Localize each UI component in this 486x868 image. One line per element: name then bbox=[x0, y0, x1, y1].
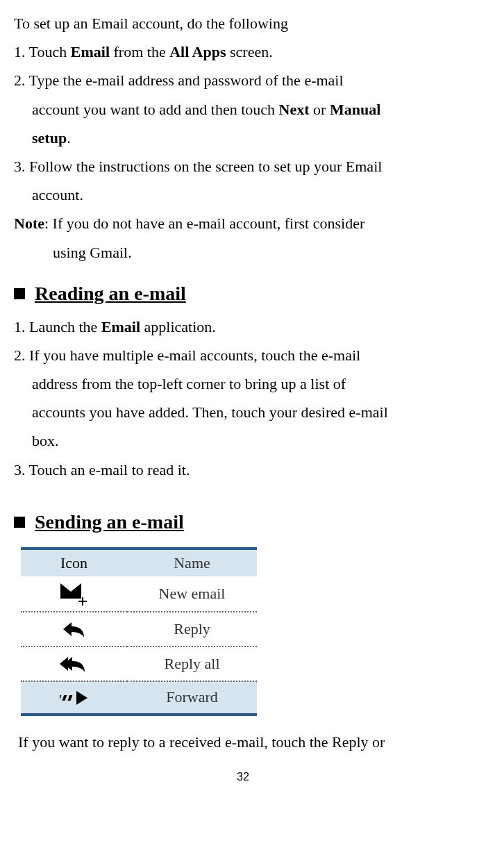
step1-b2: All Apps bbox=[169, 43, 226, 60]
step-1: 1. Touch Email from the All Apps screen. bbox=[14, 40, 472, 64]
svg-marker-7 bbox=[76, 691, 87, 705]
step-2-line2: account you want to add and then touch N… bbox=[14, 97, 472, 122]
read-step-2-l3: accounts you have added. Then, touch you… bbox=[14, 400, 472, 424]
name-reply: Reply bbox=[127, 612, 257, 646]
page-number: 32 bbox=[14, 771, 472, 783]
read-step-2-l1: 2. If you have multiple e-mail accounts,… bbox=[14, 343, 472, 367]
read1-pre: 1. Launch the bbox=[14, 318, 101, 335]
step2-dot: . bbox=[67, 129, 71, 147]
note-label: Note bbox=[14, 215, 44, 232]
header-name: Name bbox=[127, 549, 257, 576]
svg-rect-4 bbox=[60, 695, 61, 701]
forward-icon bbox=[21, 681, 127, 715]
step1-pre: 1. Touch bbox=[14, 43, 71, 60]
note-line1: Note: If you do not have an e-mail accou… bbox=[14, 211, 472, 235]
name-forward: Forward bbox=[127, 681, 257, 715]
table-row: Forward bbox=[21, 681, 257, 715]
document-page: To set up an Email account, do the follo… bbox=[0, 0, 486, 790]
step2-setup: setup bbox=[32, 129, 67, 147]
table-header-row: Icon Name bbox=[21, 549, 257, 576]
step1-b1: Email bbox=[71, 43, 110, 60]
read1-b: Email bbox=[101, 318, 140, 335]
heading-sending-text: Sending an e-mail bbox=[35, 511, 184, 533]
step2-b1: Next bbox=[279, 101, 310, 118]
table-row: Reply bbox=[21, 612, 257, 646]
reply-icon bbox=[21, 612, 127, 646]
svg-rect-6 bbox=[67, 695, 72, 701]
step-3-line1: 3. Follow the instructions on the screen… bbox=[14, 154, 472, 178]
read-step-2-l4: box. bbox=[14, 428, 472, 453]
read-step-1: 1. Launch the Email application. bbox=[14, 315, 472, 339]
name-new-email: New email bbox=[127, 576, 257, 612]
step2-or: or bbox=[310, 101, 330, 118]
name-reply-all: Reply all bbox=[127, 646, 257, 681]
heading-sending: Sending an e-mail bbox=[14, 511, 472, 533]
step-3-line2: account. bbox=[14, 183, 472, 207]
icon-name-table: Icon Name New email Reply bbox=[21, 547, 257, 716]
intro-text: To set up an Email account, do the follo… bbox=[14, 11, 472, 35]
step2-b2: Manual bbox=[330, 101, 380, 118]
tail-text: If you want to reply to a received e-mai… bbox=[14, 730, 472, 754]
step1-mid: from the bbox=[110, 43, 169, 60]
read1-post: application. bbox=[140, 318, 216, 335]
square-bullet-icon bbox=[14, 517, 25, 528]
square-bullet-icon bbox=[14, 288, 25, 299]
read-step-2-l2: address from the top-left corner to brin… bbox=[14, 372, 472, 396]
heading-reading-text: Reading an e-mail bbox=[35, 283, 186, 305]
step-2-line1: 2. Type the e-mail address and password … bbox=[14, 68, 472, 92]
step2-pre: account you want to add and then touch bbox=[32, 101, 279, 118]
step-2-line3: setup. bbox=[14, 126, 472, 150]
heading-reading: Reading an e-mail bbox=[14, 283, 472, 305]
read-step-3: 3. Touch an e-mail to read it. bbox=[14, 458, 472, 482]
step1-post: screen. bbox=[226, 43, 273, 60]
note-line2: using Gmail. bbox=[14, 240, 472, 265]
table-row: New email bbox=[21, 576, 257, 612]
reply-all-icon bbox=[21, 646, 127, 681]
header-icon: Icon bbox=[21, 549, 127, 576]
table-row: Reply all bbox=[21, 646, 257, 681]
note-text: : If you do not have an e-mail account, … bbox=[44, 215, 364, 232]
new-email-icon bbox=[21, 576, 127, 612]
svg-rect-5 bbox=[62, 695, 67, 701]
